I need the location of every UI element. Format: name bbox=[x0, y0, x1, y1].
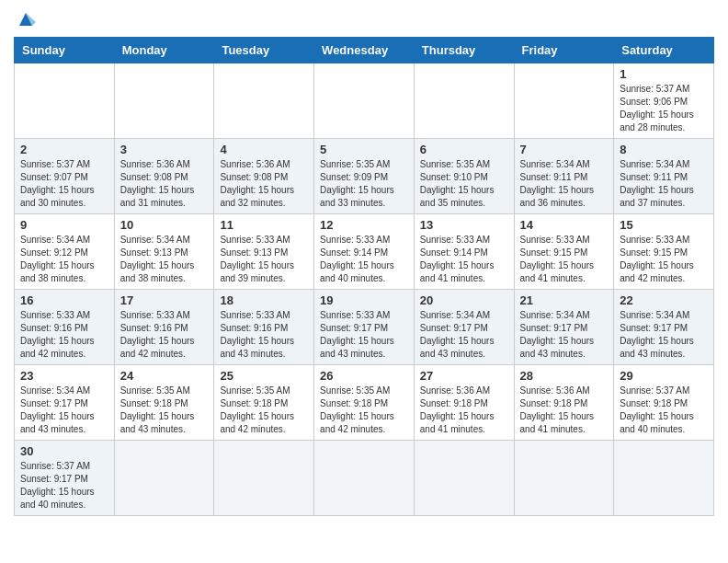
calendar-day-cell: 10Sunrise: 5:34 AM Sunset: 9:13 PM Dayli… bbox=[114, 214, 214, 290]
day-info: Sunrise: 5:33 AM Sunset: 9:14 PM Dayligh… bbox=[420, 234, 508, 285]
day-info: Sunrise: 5:33 AM Sunset: 9:16 PM Dayligh… bbox=[120, 309, 209, 361]
day-info: Sunrise: 5:34 AM Sunset: 9:11 PM Dayligh… bbox=[620, 158, 708, 210]
day-number: 19 bbox=[320, 293, 408, 307]
day-number: 25 bbox=[220, 369, 308, 383]
calendar-empty-cell bbox=[214, 63, 314, 139]
day-info: Sunrise: 5:34 AM Sunset: 9:11 PM Dayligh… bbox=[520, 158, 609, 210]
calendar-empty-cell bbox=[314, 63, 415, 139]
calendar-week-row: 23Sunrise: 5:34 AM Sunset: 9:17 PM Dayli… bbox=[15, 365, 714, 441]
calendar-table: SundayMondayTuesdayWednesdayThursdayFrid… bbox=[14, 37, 714, 516]
day-number: 23 bbox=[20, 369, 108, 383]
weekday-header-friday: Friday bbox=[514, 38, 614, 63]
calendar-day-cell: 22Sunrise: 5:34 AM Sunset: 9:17 PM Dayli… bbox=[614, 290, 714, 365]
calendar-day-cell: 2Sunrise: 5:37 AM Sunset: 9:07 PM Daylig… bbox=[15, 139, 115, 214]
day-number: 17 bbox=[120, 293, 209, 307]
day-info: Sunrise: 5:36 AM Sunset: 9:08 PM Dayligh… bbox=[120, 158, 209, 210]
calendar-empty-cell bbox=[514, 63, 614, 139]
day-number: 21 bbox=[520, 293, 609, 307]
calendar-day-cell: 6Sunrise: 5:35 AM Sunset: 9:10 PM Daylig… bbox=[414, 139, 514, 214]
day-number: 22 bbox=[620, 293, 708, 307]
day-number: 6 bbox=[420, 143, 508, 156]
day-number: 16 bbox=[20, 293, 108, 307]
calendar-day-cell: 11Sunrise: 5:33 AM Sunset: 9:13 PM Dayli… bbox=[214, 214, 314, 290]
day-info: Sunrise: 5:37 AM Sunset: 9:17 PM Dayligh… bbox=[20, 460, 108, 511]
day-info: Sunrise: 5:35 AM Sunset: 9:18 PM Dayligh… bbox=[320, 385, 408, 436]
calendar-week-row: 1Sunrise: 5:37 AM Sunset: 9:06 PM Daylig… bbox=[15, 63, 714, 139]
day-number: 15 bbox=[620, 218, 708, 232]
calendar-day-cell: 28Sunrise: 5:36 AM Sunset: 9:18 PM Dayli… bbox=[514, 365, 614, 441]
day-number: 12 bbox=[320, 218, 408, 232]
logo-area bbox=[14, 9, 36, 29]
day-number: 9 bbox=[20, 218, 108, 232]
calendar-day-cell: 21Sunrise: 5:34 AM Sunset: 9:17 PM Dayli… bbox=[514, 290, 614, 365]
calendar-day-cell: 20Sunrise: 5:34 AM Sunset: 9:17 PM Dayli… bbox=[414, 290, 514, 365]
day-info: Sunrise: 5:34 AM Sunset: 9:13 PM Dayligh… bbox=[120, 234, 209, 285]
calendar-day-cell: 7Sunrise: 5:34 AM Sunset: 9:11 PM Daylig… bbox=[514, 139, 614, 214]
day-number: 14 bbox=[520, 218, 609, 232]
day-number: 4 bbox=[220, 143, 308, 156]
page-header bbox=[14, 9, 714, 29]
calendar-empty-cell bbox=[114, 441, 214, 516]
day-number: 1 bbox=[620, 67, 708, 81]
calendar-day-cell: 23Sunrise: 5:34 AM Sunset: 9:17 PM Dayli… bbox=[15, 365, 115, 441]
calendar-day-cell: 15Sunrise: 5:33 AM Sunset: 9:15 PM Dayli… bbox=[614, 214, 714, 290]
calendar-day-cell: 5Sunrise: 5:35 AM Sunset: 9:09 PM Daylig… bbox=[314, 139, 415, 214]
day-info: Sunrise: 5:37 AM Sunset: 9:06 PM Dayligh… bbox=[620, 83, 708, 134]
calendar-day-cell: 8Sunrise: 5:34 AM Sunset: 9:11 PM Daylig… bbox=[614, 139, 714, 214]
weekday-header-sunday: Sunday bbox=[15, 38, 115, 63]
day-info: Sunrise: 5:33 AM Sunset: 9:13 PM Dayligh… bbox=[220, 234, 308, 285]
calendar-day-cell: 30Sunrise: 5:37 AM Sunset: 9:17 PM Dayli… bbox=[15, 441, 115, 516]
weekday-header-thursday: Thursday bbox=[414, 38, 514, 63]
day-info: Sunrise: 5:36 AM Sunset: 9:18 PM Dayligh… bbox=[520, 385, 609, 436]
calendar-empty-cell bbox=[114, 63, 214, 139]
day-info: Sunrise: 5:34 AM Sunset: 9:17 PM Dayligh… bbox=[20, 385, 108, 436]
day-number: 3 bbox=[120, 143, 209, 156]
calendar-day-cell: 3Sunrise: 5:36 AM Sunset: 9:08 PM Daylig… bbox=[114, 139, 214, 214]
day-number: 10 bbox=[120, 218, 209, 232]
day-info: Sunrise: 5:37 AM Sunset: 9:18 PM Dayligh… bbox=[620, 385, 708, 436]
calendar-empty-cell bbox=[514, 441, 614, 516]
day-number: 13 bbox=[420, 218, 508, 232]
logo-triangle-icon bbox=[16, 9, 36, 29]
weekday-header-row: SundayMondayTuesdayWednesdayThursdayFrid… bbox=[15, 38, 714, 63]
weekday-header-tuesday: Tuesday bbox=[214, 38, 314, 63]
calendar-day-cell: 4Sunrise: 5:36 AM Sunset: 9:08 PM Daylig… bbox=[214, 139, 314, 214]
day-number: 24 bbox=[120, 369, 209, 383]
day-info: Sunrise: 5:35 AM Sunset: 9:18 PM Dayligh… bbox=[120, 385, 209, 436]
weekday-header-wednesday: Wednesday bbox=[314, 38, 415, 63]
day-info: Sunrise: 5:33 AM Sunset: 9:14 PM Dayligh… bbox=[320, 234, 408, 285]
day-info: Sunrise: 5:35 AM Sunset: 9:18 PM Dayligh… bbox=[220, 385, 308, 436]
calendar-empty-cell bbox=[614, 441, 714, 516]
calendar-day-cell: 29Sunrise: 5:37 AM Sunset: 9:18 PM Dayli… bbox=[614, 365, 714, 441]
day-number: 27 bbox=[420, 369, 508, 383]
day-info: Sunrise: 5:34 AM Sunset: 9:12 PM Dayligh… bbox=[20, 234, 108, 285]
day-number: 2 bbox=[20, 143, 108, 156]
calendar-day-cell: 12Sunrise: 5:33 AM Sunset: 9:14 PM Dayli… bbox=[314, 214, 415, 290]
day-number: 28 bbox=[520, 369, 609, 383]
day-info: Sunrise: 5:35 AM Sunset: 9:10 PM Dayligh… bbox=[420, 158, 508, 210]
calendar-empty-cell bbox=[15, 63, 115, 139]
calendar-day-cell: 1Sunrise: 5:37 AM Sunset: 9:06 PM Daylig… bbox=[614, 63, 714, 139]
day-info: Sunrise: 5:37 AM Sunset: 9:07 PM Dayligh… bbox=[20, 158, 108, 210]
day-info: Sunrise: 5:34 AM Sunset: 9:17 PM Dayligh… bbox=[620, 309, 708, 361]
day-info: Sunrise: 5:33 AM Sunset: 9:15 PM Dayligh… bbox=[520, 234, 609, 285]
calendar-day-cell: 25Sunrise: 5:35 AM Sunset: 9:18 PM Dayli… bbox=[214, 365, 314, 441]
day-info: Sunrise: 5:33 AM Sunset: 9:16 PM Dayligh… bbox=[220, 309, 308, 361]
day-info: Sunrise: 5:33 AM Sunset: 9:17 PM Dayligh… bbox=[320, 309, 408, 361]
calendar-empty-cell bbox=[314, 441, 415, 516]
calendar-day-cell: 16Sunrise: 5:33 AM Sunset: 9:16 PM Dayli… bbox=[15, 290, 115, 365]
day-info: Sunrise: 5:34 AM Sunset: 9:17 PM Dayligh… bbox=[520, 309, 609, 361]
calendar-day-cell: 9Sunrise: 5:34 AM Sunset: 9:12 PM Daylig… bbox=[15, 214, 115, 290]
weekday-header-saturday: Saturday bbox=[614, 38, 714, 63]
day-info: Sunrise: 5:33 AM Sunset: 9:15 PM Dayligh… bbox=[620, 234, 708, 285]
day-info: Sunrise: 5:33 AM Sunset: 9:16 PM Dayligh… bbox=[20, 309, 108, 361]
day-number: 30 bbox=[20, 444, 108, 458]
calendar-day-cell: 18Sunrise: 5:33 AM Sunset: 9:16 PM Dayli… bbox=[214, 290, 314, 365]
day-number: 7 bbox=[520, 143, 609, 156]
calendar-day-cell: 27Sunrise: 5:36 AM Sunset: 9:18 PM Dayli… bbox=[414, 365, 514, 441]
weekday-header-monday: Monday bbox=[114, 38, 214, 63]
calendar-day-cell: 17Sunrise: 5:33 AM Sunset: 9:16 PM Dayli… bbox=[114, 290, 214, 365]
day-number: 20 bbox=[420, 293, 508, 307]
calendar-empty-cell bbox=[214, 441, 314, 516]
day-number: 8 bbox=[620, 143, 708, 156]
